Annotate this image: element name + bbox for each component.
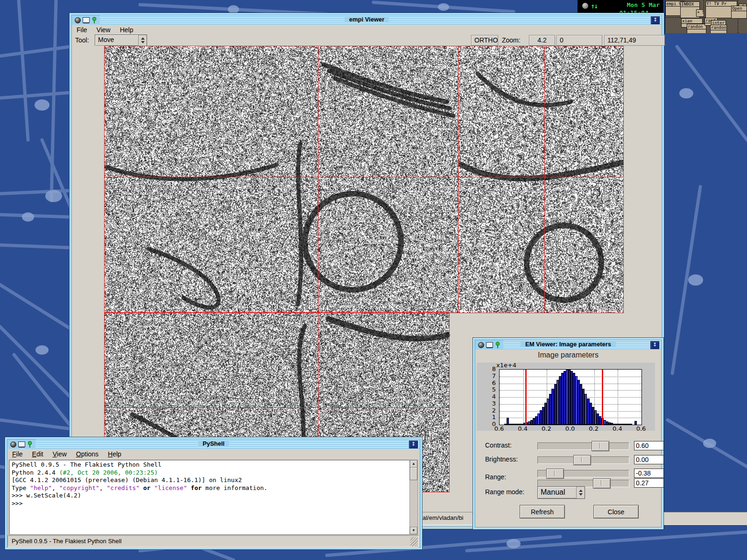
range-mode-value: Manual	[538, 487, 576, 498]
contrast-value[interactable]: 0.60	[634, 441, 664, 450]
tool-select-value: Move	[95, 35, 138, 46]
zoom-label: Zoom:	[502, 36, 521, 44]
console-line: PyShell 0.9.5 - The Flakiest Python Shel…	[12, 461, 409, 469]
range-low-slider[interactable]	[537, 470, 629, 477]
crosshair-horizontal-xz[interactable]	[104, 407, 449, 408]
gridline	[523, 370, 524, 425]
pushpin-icon[interactable]	[92, 17, 97, 24]
gridline	[618, 370, 618, 425]
menu-file[interactable]: File	[7, 449, 28, 459]
pager-window[interactable]: × S	[696, 9, 704, 17]
pager-window[interactable]: randon	[687, 24, 706, 33]
brightness-label: Brightness:	[485, 455, 518, 463]
spin-down-icon[interactable]	[141, 41, 145, 43]
console-scrollbar[interactable]: ▲ ▼	[409, 460, 418, 535]
empi-titlebar[interactable]: empi Viewer ↕	[72, 15, 662, 25]
shade-button[interactable]: ↕	[650, 341, 659, 349]
histogram-ytick-label: 8	[492, 365, 496, 372]
scroll-down-button[interactable]: ▼	[410, 527, 417, 534]
histogram-xtick-label: 0.2	[542, 425, 551, 431]
console-output[interactable]: PyShell 0.9.5 - The Flakiest Python Shel…	[9, 460, 412, 535]
pyshell-titlebar[interactable]: PyShell ↕	[7, 440, 420, 449]
menu-options[interactable]: Options	[71, 449, 103, 459]
brightness-slider[interactable]	[537, 456, 629, 464]
brightness-value[interactable]: 0.00	[634, 455, 664, 464]
pager-window[interactable]: randon	[710, 25, 727, 33]
spin-down-icon[interactable]	[579, 493, 583, 496]
spin-up-icon[interactable]	[579, 490, 583, 492]
range-low-slider-thumb[interactable]	[546, 469, 564, 479]
slice-value-field[interactable]: 0	[557, 35, 602, 46]
window-menu-icon[interactable]	[10, 441, 16, 448]
tool-select[interactable]: Move	[95, 35, 147, 46]
pager-window[interactable]: Open	[731, 6, 747, 19]
histogram-ytick-label: 6	[492, 379, 496, 386]
refresh-button[interactable]: Refresh	[520, 505, 565, 518]
pyshell-menubar: File Edit View Options Help	[7, 449, 420, 459]
tool-select-spinner[interactable]	[138, 35, 147, 46]
tool-label: Tool:	[75, 36, 89, 44]
window-menu-icon[interactable]	[75, 17, 81, 23]
contrast-slider-thumb[interactable]	[592, 441, 609, 451]
histogram-ytick-label: 1	[492, 413, 496, 420]
desktop-pager[interactable]: empi Vi INBOX × S Y! TV Pr ×S Open xian …	[665, 0, 747, 33]
zoom-value-field[interactable]: 4.2	[529, 35, 555, 46]
coords-field: 112,71,49	[604, 35, 665, 46]
menu-edit[interactable]: Edit	[28, 449, 48, 459]
console-line: Python 2.4.4 (#2, Oct 20 2006, 00:23:25)	[12, 469, 409, 477]
pushpin-icon[interactable]	[27, 441, 33, 448]
histogram-xtick-label: 0.6	[494, 425, 504, 431]
menu-view[interactable]: View	[92, 25, 115, 35]
monitor-icon	[83, 17, 90, 23]
shade-button[interactable]: ↕	[409, 441, 418, 448]
range-label: Range:	[485, 473, 506, 481]
range-low-value[interactable]: -0.38	[634, 469, 664, 478]
range-mode-spinner[interactable]	[576, 487, 585, 498]
spin-up-icon[interactable]	[141, 37, 145, 40]
contrast-label: Contrast:	[485, 441, 512, 449]
menu-help[interactable]: Help	[103, 449, 126, 459]
histogram-ytick-label: 3	[492, 400, 496, 407]
clock-date: Mon 5 Mar	[627, 1, 660, 8]
menu-view[interactable]: View	[48, 449, 71, 459]
window-title: PyShell	[198, 440, 229, 447]
crosshair-vertical-xy[interactable]	[318, 46, 318, 491]
crosshair-vertical-zy[interactable]	[544, 46, 545, 313]
window-menu-icon[interactable]	[478, 342, 484, 348]
histogram-scale-label: x1e+4	[496, 363, 516, 369]
shade-button[interactable]: ↕	[651, 16, 660, 24]
range-high-value[interactable]: 0.27	[634, 478, 664, 488]
histogram-ytick-label: 2	[492, 407, 496, 414]
monitor-icon	[486, 342, 493, 348]
status-led-icon	[582, 3, 588, 9]
brightness-slider-thumb[interactable]	[573, 455, 591, 465]
dialog-titlebar[interactable]: EM Viewer: Image parameters ↕	[475, 340, 661, 350]
close-button[interactable]: Close	[593, 505, 639, 518]
scroll-up-button[interactable]: ▲	[410, 460, 417, 468]
contrast-slider[interactable]	[537, 442, 629, 450]
range-mode-select[interactable]: Manual	[537, 486, 585, 499]
em-border-top-panels	[104, 46, 624, 313]
network-arrows-icon: ↑↓	[591, 2, 597, 10]
empi-toolbar: Tool: Move ORTHO Zoom: 4.2 0 112,71,49	[72, 35, 662, 47]
histogram-bar	[630, 424, 632, 425]
range-marker-line[interactable]	[525, 370, 527, 425]
histogram-figure: x1e+4 012345678 0.60.40.20.00.20.40.6	[477, 363, 655, 431]
dialog-heading: Image parameters	[473, 351, 663, 359]
histogram-plot	[499, 369, 642, 425]
range-marker-line[interactable]	[602, 370, 603, 425]
resize-grip[interactable]	[410, 537, 418, 546]
crosshair-horizontal-xy[interactable]	[104, 177, 623, 177]
menu-file[interactable]: File	[72, 25, 92, 35]
histogram-xtick-label: 0.0	[565, 425, 575, 431]
ortho-button[interactable]: ORTHO	[471, 35, 498, 46]
range-mode-label: Range mode:	[485, 488, 524, 496]
histogram-xaxis: 0.60.40.20.00.20.40.6	[499, 425, 641, 431]
histogram-xtick-label: 0.6	[636, 425, 646, 431]
histogram-xtick-label: 0.2	[589, 425, 599, 431]
range-high-slider-thumb[interactable]	[593, 478, 611, 489]
scrollbar-thumb[interactable]	[410, 467, 417, 480]
pushpin-icon[interactable]	[495, 342, 500, 349]
histogram-ytick-label: 7	[492, 372, 496, 379]
menu-help[interactable]: Help	[115, 25, 138, 35]
